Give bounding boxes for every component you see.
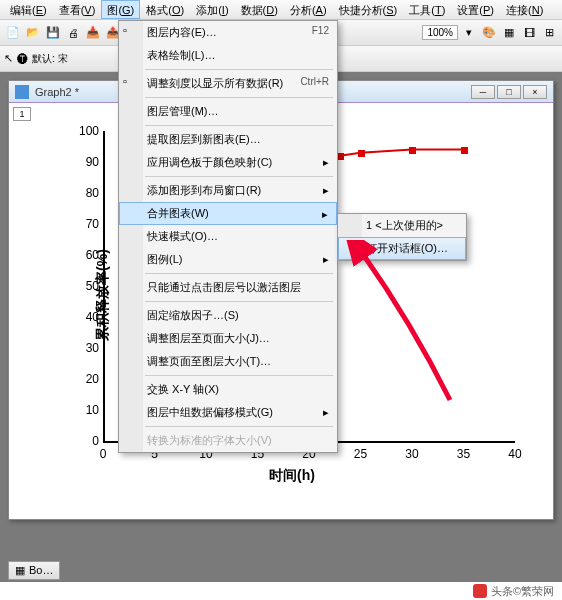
- merge-submenu: 1 <上次使用的>打开对话框(O)…: [337, 213, 467, 261]
- menu-item[interactable]: 快速模式(O)…: [119, 225, 337, 248]
- menu-item[interactable]: 连接(N): [500, 0, 549, 19]
- menu-item[interactable]: 调整页面至图层大小(T)…: [119, 350, 337, 373]
- menubar: 编辑(E)查看(V)图(G)格式(O)添加(I)数据(D)分析(A)快捷分析(S…: [0, 0, 562, 20]
- menu-item[interactable]: 调整刻度以显示所有数据(R)Ctrl+R▫: [119, 72, 337, 95]
- import-icon[interactable]: 📥: [84, 24, 102, 42]
- menu-item[interactable]: 格式(O): [140, 0, 190, 19]
- text-tool-icon[interactable]: 🅣: [17, 53, 28, 65]
- palette-icon[interactable]: 🎨: [480, 24, 498, 42]
- close-button[interactable]: ×: [523, 85, 547, 99]
- graph-menu-dropdown: 图层内容(E)…F12▫表格绘制(L)…调整刻度以显示所有数据(R)Ctrl+R…: [118, 20, 338, 453]
- rescale-icon: ▫: [123, 75, 137, 89]
- data-point: [409, 147, 416, 154]
- menu-item[interactable]: 数据(D): [235, 0, 284, 19]
- status-item[interactable]: ▦ Bo…: [8, 561, 60, 580]
- footer: 头条©繁荣网: [0, 582, 562, 600]
- menu-item[interactable]: 工具(T): [403, 0, 451, 19]
- book-icon: ▦: [15, 564, 25, 577]
- open-icon[interactable]: 📂: [24, 24, 42, 42]
- data-point: [461, 147, 468, 154]
- grid-icon[interactable]: ⊞: [540, 24, 558, 42]
- layer-icon: ▫: [123, 24, 137, 38]
- data-point: [358, 150, 365, 157]
- print-icon[interactable]: 🖨: [64, 24, 82, 42]
- minimize-button[interactable]: ─: [471, 85, 495, 99]
- menu-item[interactable]: 设置(P): [451, 0, 500, 19]
- menu-item[interactable]: 图层中组数据偏移模式(G)▸: [119, 401, 337, 424]
- maximize-button[interactable]: □: [497, 85, 521, 99]
- menu-item[interactable]: 分析(A): [284, 0, 333, 19]
- menu-item[interactable]: 只能通过点击图层号以激活图层: [119, 276, 337, 299]
- graph-icon: [15, 85, 29, 99]
- submenu-item[interactable]: 1 <上次使用的>: [338, 214, 466, 237]
- menu-item[interactable]: 图层管理(M)…: [119, 100, 337, 123]
- film-icon[interactable]: 🎞: [520, 24, 538, 42]
- menu-item[interactable]: 查看(V): [53, 0, 102, 19]
- menu-item[interactable]: 图层内容(E)…F12▫: [119, 21, 337, 44]
- menu-item[interactable]: 提取图层到新图表(E)…: [119, 128, 337, 151]
- status-bar: ▦ Bo…: [8, 560, 60, 580]
- footer-text: 头条©繁荣网: [491, 584, 554, 599]
- menu-item[interactable]: 调整图层至页面大小(J)…: [119, 327, 337, 350]
- menu-item[interactable]: 转换为标准的字体大小(V): [119, 429, 337, 452]
- pointer-icon[interactable]: ↖: [4, 52, 13, 65]
- footer-logo-icon: [473, 584, 487, 598]
- table-icon[interactable]: ▦: [500, 24, 518, 42]
- save-icon[interactable]: 💾: [44, 24, 62, 42]
- menu-item[interactable]: 添加图形到布局窗口(R)▸: [119, 179, 337, 202]
- menu-item[interactable]: 快捷分析(S): [333, 0, 404, 19]
- menu-item[interactable]: 应用调色板于颜色映射(C)▸: [119, 151, 337, 174]
- new-icon[interactable]: 📄: [4, 24, 22, 42]
- menu-item[interactable]: 图(G): [101, 0, 140, 19]
- submenu-item[interactable]: 打开对话框(O)…: [338, 237, 466, 260]
- menu-item[interactable]: 表格绘制(L)…: [119, 44, 337, 67]
- menu-item[interactable]: 编辑(E): [4, 0, 53, 19]
- menu-item[interactable]: 合并图表(W)▸: [119, 202, 337, 225]
- layer-tab[interactable]: 1: [13, 107, 31, 121]
- menu-item[interactable]: 添加(I): [190, 0, 234, 19]
- font-label: 默认: 宋: [32, 52, 68, 66]
- zoom-dropdown-icon[interactable]: ▾: [460, 24, 478, 42]
- menu-item[interactable]: 交换 X-Y 轴(X): [119, 378, 337, 401]
- zoom-field[interactable]: 100%: [422, 25, 458, 40]
- menu-item[interactable]: 固定缩放因子…(S): [119, 304, 337, 327]
- menu-item[interactable]: 图例(L)▸: [119, 248, 337, 271]
